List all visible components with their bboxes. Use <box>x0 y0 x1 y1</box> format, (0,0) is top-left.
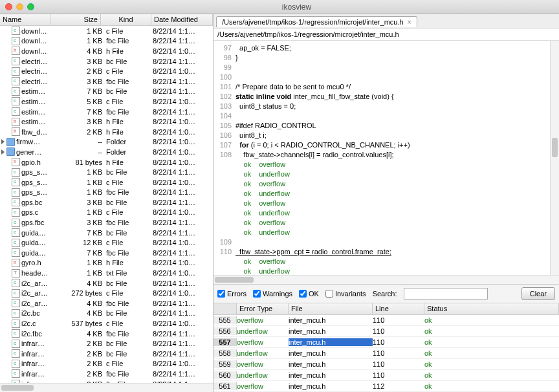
code-line[interactable]: 102static inline void inter_mcu_fill_fbw… <box>216 92 559 102</box>
minimize-window-button[interactable] <box>16 3 23 10</box>
results-col-id[interactable] <box>214 303 237 314</box>
code-line[interactable]: ok overflow <box>216 199 559 208</box>
file-row[interactable]: i2c.bc4 KBbc File8/22/14 1:1… <box>0 309 213 319</box>
code-line[interactable]: ok overflow <box>216 179 559 189</box>
results-col-status[interactable]: Status <box>424 303 559 314</box>
file-row[interactable]: guida…7 KBbc File8/22/14 1:1… <box>0 228 213 238</box>
code-line[interactable]: 98} <box>216 53 559 63</box>
file-row[interactable]: fbw_d…2 KBh File8/22/14 1:0… <box>0 127 213 137</box>
col-header-size[interactable]: Size <box>50 14 101 25</box>
warnings-checkbox[interactable]: Warnings <box>253 290 292 298</box>
code-line[interactable]: ok overflow <box>216 257 559 267</box>
code-line[interactable]: 97 ap_ok = FALSE; <box>216 43 559 53</box>
zoom-window-button[interactable] <box>27 3 34 10</box>
code-line[interactable]: ok overflow <box>216 160 559 169</box>
code-line[interactable]: 103 uint8_t status = 0; <box>216 102 559 111</box>
col-header-date[interactable]: Date Modified <box>151 14 213 25</box>
file-row[interactable]: gps.bc3 KBbc File8/22/14 1:1… <box>0 197 213 208</box>
file-row[interactable]: estim…5 KBc File8/22/14 1:0… <box>0 96 213 107</box>
code-line[interactable]: ok underflow <box>216 169 559 179</box>
file-row[interactable]: guida…12 KBc File8/22/14 1:0… <box>0 237 213 248</box>
result-row[interactable]: 556underflowinter_mcu.h110ok <box>214 326 559 337</box>
code-line[interactable]: ok underflow <box>216 228 559 237</box>
errors-checkbox[interactable]: Errors <box>217 290 247 298</box>
file-row[interactable]: i2c_ar…4 KBbc File8/22/14 1:1… <box>0 278 213 289</box>
result-row[interactable]: 561overflowinter_mcu.h112ok <box>214 381 559 392</box>
warnings-check-input[interactable] <box>253 290 261 298</box>
disclosure-triangle-icon[interactable] <box>1 149 5 155</box>
file-row[interactable]: gps_s…1 KBbc File8/22/14 1:1… <box>0 167 213 177</box>
file-row[interactable]: firmw…--Folder8/22/14 1:0… <box>0 137 213 147</box>
file-row[interactable]: infrar…2 KBc File8/22/14 1:0… <box>0 359 213 369</box>
file-row[interactable]: i2c_ar…272 bytesc File8/22/14 1:0… <box>0 288 213 298</box>
file-list[interactable]: downl…1 KBc File8/22/14 1:1…downl…1 KBfb… <box>0 26 213 383</box>
code-line[interactable]: ok underflow <box>216 189 559 199</box>
ok-check-input[interactable] <box>299 290 307 298</box>
file-row[interactable]: downl…1 KBfbc File8/22/14 1:1… <box>0 36 213 47</box>
file-row[interactable]: i2c.c537 bytesc File8/22/14 1:0… <box>0 318 213 329</box>
file-row[interactable]: gpio.h81 bytesh File8/22/14 1:0… <box>0 157 213 168</box>
check-kind: underflow <box>255 169 290 179</box>
code-line[interactable]: ok underflow <box>216 267 559 275</box>
file-list-hscroll[interactable] <box>0 383 213 392</box>
file-row[interactable]: estim…3 KBh File8/22/14 1:0… <box>0 116 213 127</box>
search-input[interactable] <box>404 288 488 299</box>
file-size: 1 KB <box>52 269 102 277</box>
code-line[interactable]: ok underflow <box>216 208 559 218</box>
code-line[interactable]: 100 <box>216 72 559 82</box>
file-row[interactable]: electri…3 KBfbc File8/22/14 1:1… <box>0 76 213 87</box>
results-col-file[interactable]: File <box>289 303 373 314</box>
close-window-button[interactable] <box>5 3 12 10</box>
file-row[interactable]: downl…1 KBc File8/22/14 1:1… <box>0 26 213 36</box>
result-row[interactable]: 559overflowinter_mcu.h110ok <box>214 359 559 370</box>
result-row[interactable]: 555overflowinter_mcu.h110ok <box>214 315 559 326</box>
code-view[interactable]: 97 ap_ok = FALSE;98}99100101/* Prepare d… <box>214 41 559 275</box>
ok-checkbox[interactable]: OK <box>299 290 319 298</box>
file-row[interactable]: i2c.fbc4 KBfbc File8/22/14 1:1… <box>0 329 213 339</box>
file-row[interactable]: gener…--Folder8/22/14 1:0… <box>0 147 213 157</box>
file-row[interactable]: heade…1 KBtxt File8/22/14 1:0… <box>0 268 213 278</box>
file-row[interactable]: estim…7 KBbc File8/22/14 1:1… <box>0 87 213 97</box>
code-line[interactable]: 110 fbw_state->ppm_cpt = radio_control.f… <box>216 247 559 257</box>
result-row[interactable]: 558underflowinter_mcu.h110ok <box>214 348 559 359</box>
code-line[interactable]: 109 <box>216 237 559 247</box>
invariants-check-input[interactable] <box>325 290 333 298</box>
invariants-checkbox[interactable]: Invariants <box>325 290 366 298</box>
clear-button[interactable]: Clear <box>521 287 555 300</box>
file-row[interactable]: electri…2 KBc File8/22/14 1:0… <box>0 66 213 76</box>
file-row[interactable]: infrar…2 KBbc File8/22/14 1:1… <box>0 338 213 349</box>
col-header-name[interactable]: Name <box>0 14 50 25</box>
file-size: 272 bytes <box>52 289 102 297</box>
file-row[interactable]: infrar…2 KBbc File8/22/14 1:1… <box>0 349 213 359</box>
file-row[interactable]: estim…7 KBfbc File8/22/14 1:1… <box>0 107 213 117</box>
file-row[interactable]: gps.c1 KBc File8/22/14 1:0… <box>0 208 213 218</box>
file-row[interactable]: electri…3 KBbc File8/22/14 1:1… <box>0 56 213 67</box>
file-row[interactable]: downl…4 KBh File8/22/14 1:0… <box>0 46 213 56</box>
file-row[interactable]: guida…7 KBfbc File8/22/14 1:1… <box>0 248 213 258</box>
file-row[interactable]: gps_s…1 KBc File8/22/14 1:0… <box>0 177 213 188</box>
result-row[interactable]: 560underflowinter_mcu.h110ok <box>214 370 559 381</box>
file-row[interactable]: i2c_ar…4 KBfbc File8/22/14 1:1… <box>0 298 213 309</box>
code-line[interactable]: 108 fbw_state->channels[i] = radio_contr… <box>216 150 559 160</box>
code-vscroll[interactable] <box>550 41 559 275</box>
code-hscroll[interactable] <box>214 275 559 284</box>
editor-tab[interactable]: /Users/ajvenet/tmp/ikos-1/regression/mic… <box>216 16 417 27</box>
file-row[interactable]: infrar…2 KBfbc File8/22/14 1:1… <box>0 369 213 379</box>
code-line[interactable]: 99 <box>216 63 559 72</box>
code-line[interactable]: 106 uint8_t i; <box>216 131 559 140</box>
code-line[interactable]: 107 for (i = 0; i < RADIO_CONTROL_NB_CHA… <box>216 140 559 150</box>
col-header-kind[interactable]: Kind <box>101 14 151 25</box>
file-row[interactable]: gyro.h1 KBh File8/22/14 1:0… <box>0 258 213 268</box>
close-tab-icon[interactable]: × <box>408 18 411 26</box>
file-row[interactable]: gps.fbc3 KBfbc File8/22/14 1:1… <box>0 217 213 228</box>
errors-check-input[interactable] <box>217 290 225 298</box>
code-line[interactable]: ok overflow <box>216 218 559 228</box>
results-col-errortype[interactable]: Error Type <box>237 303 289 314</box>
results-col-line[interactable]: Line <box>373 303 424 314</box>
code-line[interactable]: 105#ifdef RADIO_CONTROL <box>216 121 559 131</box>
disclosure-triangle-icon[interactable] <box>1 139 5 144</box>
result-row[interactable]: 557overflowinter_mcu.h110ok <box>214 337 559 348</box>
code-line[interactable]: 101/* Prepare data to be sent to mcu0 */ <box>216 82 559 92</box>
code-line[interactable]: 104 <box>216 111 559 121</box>
file-row[interactable]: gps_s…1 KBfbc File8/22/14 1:1… <box>0 188 213 198</box>
